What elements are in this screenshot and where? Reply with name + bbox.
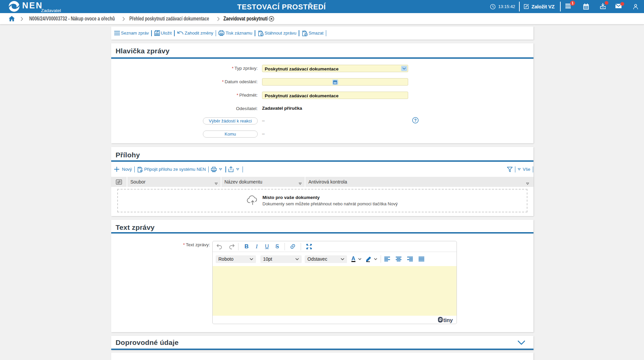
svg-text:tiny: tiny <box>443 317 453 323</box>
svg-text:?: ? <box>414 118 417 123</box>
